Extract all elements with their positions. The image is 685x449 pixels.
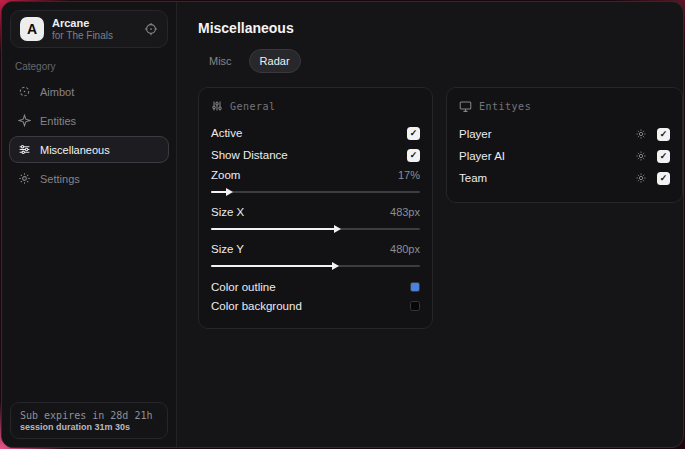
slider-row-size-y: Size Y 480px [211, 240, 420, 258]
slider-thumb[interactable] [332, 262, 339, 270]
checkbox-player-ai[interactable]: ✓ [657, 150, 670, 163]
main-content: Miscellaneous Misc Radar General [177, 2, 684, 447]
toggle-label: Active [211, 127, 242, 139]
entity-label: Team [459, 172, 487, 184]
panel-entities-header: Entityes [459, 100, 670, 113]
panel-general: General Active ✓ Show Distance ✓ Zoom 17… [198, 87, 433, 329]
slider-thumb[interactable] [226, 188, 233, 196]
page-title: Miscellaneous [198, 20, 683, 36]
toggle-row-show-distance: Show Distance ✓ [211, 144, 420, 166]
size-y-slider[interactable] [211, 261, 420, 271]
panel-general-header: General [211, 100, 420, 112]
toggle-label: Show Distance [211, 149, 288, 161]
app-header-card: A Arcane for The Finals [10, 10, 168, 48]
sidebar-item-label: Settings [40, 173, 80, 185]
slider-label: Size X [211, 206, 244, 218]
sidebar-item-settings[interactable]: Settings [9, 165, 169, 192]
sidebar-item-label: Aimbot [40, 86, 74, 98]
entity-row-player-ai: Player AI ✓ [459, 145, 670, 167]
monitor-icon [459, 100, 472, 113]
panel-title: General [230, 101, 276, 112]
color-label: Color outline [211, 281, 276, 293]
panels: General Active ✓ Show Distance ✓ Zoom 17… [198, 87, 683, 329]
color-background-swatch[interactable] [410, 301, 420, 311]
app-subtitle: for The Finals [52, 30, 136, 42]
entity-row-player: Player ✓ [459, 123, 670, 145]
entities-icon [18, 114, 31, 127]
color-outline-swatch[interactable] [410, 282, 420, 292]
gear-icon[interactable] [635, 150, 647, 162]
slider-value: 483px [390, 206, 420, 218]
sliders-icon [18, 143, 31, 156]
sidebar-nav: Aimbot Entities Miscellaneous [2, 78, 176, 192]
app-window: A Arcane for The Finals Category [1, 1, 684, 448]
checkbox-team[interactable]: ✓ [657, 172, 670, 185]
slider-value: 480px [390, 243, 420, 255]
crosshair-icon [18, 85, 31, 98]
category-label: Category [15, 61, 176, 72]
size-x-slider[interactable] [211, 224, 420, 234]
slider-value: 17% [398, 169, 420, 181]
app-titles: Arcane for The Finals [52, 17, 136, 41]
color-label: Color background [211, 300, 302, 312]
tab-bar: Misc Radar [198, 49, 683, 73]
slider-fill [211, 265, 334, 267]
slider-fill [211, 228, 336, 230]
app-name: Arcane [52, 17, 136, 30]
gear-icon [18, 172, 31, 185]
entity-label: Player AI [459, 150, 505, 162]
slider-row-size-x: Size X 483px [211, 203, 420, 221]
checkbox-player[interactable]: ✓ [657, 128, 670, 141]
app-logo: A [20, 17, 44, 41]
slider-track [211, 191, 420, 193]
sub-expiry-text: Sub expires in 28d 21h [20, 410, 158, 421]
sidebar-item-entities[interactable]: Entities [9, 107, 169, 134]
checkbox-show-distance[interactable]: ✓ [407, 149, 420, 162]
sidebar-item-miscellaneous[interactable]: Miscellaneous [9, 136, 169, 163]
target-icon[interactable] [144, 22, 158, 36]
sidebar-item-aimbot[interactable]: Aimbot [9, 78, 169, 105]
entity-row-team: Team ✓ [459, 167, 670, 189]
color-row-background: Color background [211, 296, 420, 315]
panel-entities: Entityes Player ✓ [446, 87, 683, 203]
slider-thumb[interactable] [334, 225, 341, 233]
sliders-small-icon [211, 100, 223, 112]
sidebar-item-label: Miscellaneous [40, 144, 110, 156]
gear-icon[interactable] [635, 128, 647, 140]
subscription-box: Sub expires in 28d 21h session duration … [10, 402, 168, 439]
gear-icon[interactable] [635, 172, 647, 184]
tab-misc[interactable]: Misc [198, 49, 243, 73]
panel-title: Entityes [479, 101, 531, 112]
checkbox-active[interactable]: ✓ [407, 127, 420, 140]
tab-radar[interactable]: Radar [249, 49, 301, 73]
sidebar-item-label: Entities [40, 115, 76, 127]
slider-row-zoom: Zoom 17% [211, 166, 420, 184]
zoom-slider[interactable] [211, 187, 420, 197]
entity-label: Player [459, 128, 492, 140]
session-duration-text: session duration 31m 30s [20, 422, 158, 432]
sidebar: A Arcane for The Finals Category [2, 2, 177, 447]
toggle-row-active: Active ✓ [211, 122, 420, 144]
slider-label: Size Y [211, 243, 244, 255]
color-row-outline: Color outline [211, 277, 420, 296]
slider-label: Zoom [211, 169, 240, 181]
